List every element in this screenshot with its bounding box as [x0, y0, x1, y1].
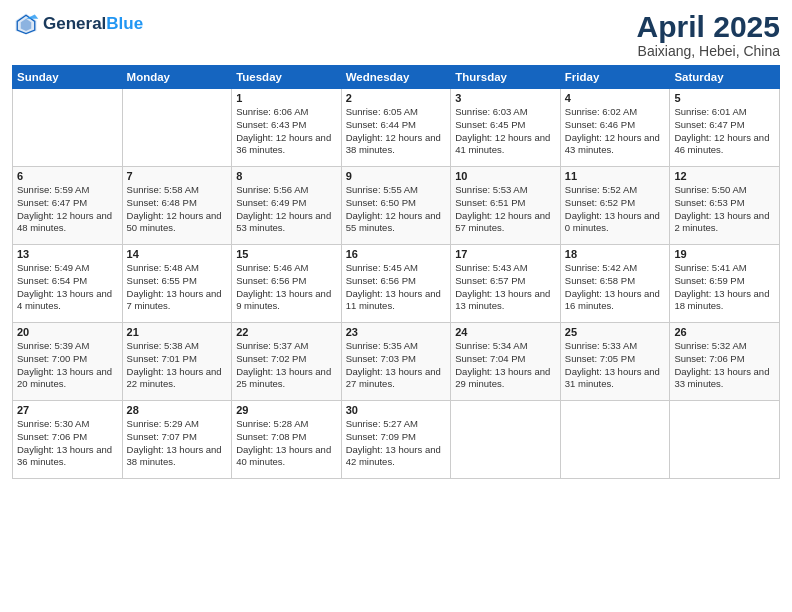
logo: GeneralBlue: [12, 10, 143, 38]
sunrise-text: Sunrise: 6:01 AM: [674, 106, 775, 119]
daylight-text: Daylight: 13 hours and 29 minutes.: [455, 366, 556, 392]
day-number: 12: [674, 170, 775, 182]
day-number: 30: [346, 404, 447, 416]
day-number: 4: [565, 92, 666, 104]
sunset-text: Sunset: 6:47 PM: [674, 119, 775, 132]
sunrise-text: Sunrise: 5:56 AM: [236, 184, 337, 197]
day-number: 27: [17, 404, 118, 416]
daylight-text: Daylight: 13 hours and 9 minutes.: [236, 288, 337, 314]
daylight-text: Daylight: 13 hours and 20 minutes.: [17, 366, 118, 392]
daylight-text: Daylight: 13 hours and 11 minutes.: [346, 288, 447, 314]
calendar-cell: 11Sunrise: 5:52 AMSunset: 6:52 PMDayligh…: [560, 167, 670, 245]
calendar-cell: 20Sunrise: 5:39 AMSunset: 7:00 PMDayligh…: [13, 323, 123, 401]
daylight-text: Daylight: 13 hours and 2 minutes.: [674, 210, 775, 236]
calendar-week-row: 13Sunrise: 5:49 AMSunset: 6:54 PMDayligh…: [13, 245, 780, 323]
daylight-text: Daylight: 13 hours and 22 minutes.: [127, 366, 228, 392]
sunrise-text: Sunrise: 5:28 AM: [236, 418, 337, 431]
day-number: 16: [346, 248, 447, 260]
day-number: 7: [127, 170, 228, 182]
sunset-text: Sunset: 6:55 PM: [127, 275, 228, 288]
calendar-cell: 21Sunrise: 5:38 AMSunset: 7:01 PMDayligh…: [122, 323, 232, 401]
calendar-cell: 29Sunrise: 5:28 AMSunset: 7:08 PMDayligh…: [232, 401, 342, 479]
day-number: 9: [346, 170, 447, 182]
sunset-text: Sunset: 7:06 PM: [17, 431, 118, 444]
daylight-text: Daylight: 13 hours and 38 minutes.: [127, 444, 228, 470]
day-number: 5: [674, 92, 775, 104]
calendar-cell: 30Sunrise: 5:27 AMSunset: 7:09 PMDayligh…: [341, 401, 451, 479]
sunset-text: Sunset: 6:58 PM: [565, 275, 666, 288]
sunrise-text: Sunrise: 5:59 AM: [17, 184, 118, 197]
sunset-text: Sunset: 7:01 PM: [127, 353, 228, 366]
daylight-text: Daylight: 13 hours and 33 minutes.: [674, 366, 775, 392]
daylight-text: Daylight: 13 hours and 4 minutes.: [17, 288, 118, 314]
sunset-text: Sunset: 7:05 PM: [565, 353, 666, 366]
header: GeneralBlue April 2025 Baixiang, Hebei, …: [12, 10, 780, 59]
calendar-cell: 10Sunrise: 5:53 AMSunset: 6:51 PMDayligh…: [451, 167, 561, 245]
calendar-cell: 28Sunrise: 5:29 AMSunset: 7:07 PMDayligh…: [122, 401, 232, 479]
month-title: April 2025: [637, 10, 780, 43]
sunset-text: Sunset: 6:54 PM: [17, 275, 118, 288]
day-number: 25: [565, 326, 666, 338]
daylight-text: Daylight: 12 hours and 50 minutes.: [127, 210, 228, 236]
sunrise-text: Sunrise: 6:05 AM: [346, 106, 447, 119]
calendar-cell: 26Sunrise: 5:32 AMSunset: 7:06 PMDayligh…: [670, 323, 780, 401]
calendar-cell: 15Sunrise: 5:46 AMSunset: 6:56 PMDayligh…: [232, 245, 342, 323]
sunset-text: Sunset: 7:08 PM: [236, 431, 337, 444]
calendar-cell: 25Sunrise: 5:33 AMSunset: 7:05 PMDayligh…: [560, 323, 670, 401]
daylight-text: Daylight: 12 hours and 43 minutes.: [565, 132, 666, 158]
sunset-text: Sunset: 7:06 PM: [674, 353, 775, 366]
sunrise-text: Sunrise: 5:27 AM: [346, 418, 447, 431]
calendar-cell: 16Sunrise: 5:45 AMSunset: 6:56 PMDayligh…: [341, 245, 451, 323]
daylight-text: Daylight: 13 hours and 42 minutes.: [346, 444, 447, 470]
sunset-text: Sunset: 6:45 PM: [455, 119, 556, 132]
daylight-text: Daylight: 12 hours and 41 minutes.: [455, 132, 556, 158]
col-header-thursday: Thursday: [451, 66, 561, 89]
col-header-friday: Friday: [560, 66, 670, 89]
logo-text: GeneralBlue: [43, 14, 143, 34]
sunrise-text: Sunrise: 5:42 AM: [565, 262, 666, 275]
page-container: GeneralBlue April 2025 Baixiang, Hebei, …: [0, 0, 792, 487]
sunrise-text: Sunrise: 5:29 AM: [127, 418, 228, 431]
day-number: 17: [455, 248, 556, 260]
day-number: 15: [236, 248, 337, 260]
sunset-text: Sunset: 7:00 PM: [17, 353, 118, 366]
col-header-monday: Monday: [122, 66, 232, 89]
sunrise-text: Sunrise: 5:58 AM: [127, 184, 228, 197]
calendar-cell: 2Sunrise: 6:05 AMSunset: 6:44 PMDaylight…: [341, 89, 451, 167]
sunrise-text: Sunrise: 5:37 AM: [236, 340, 337, 353]
day-number: 10: [455, 170, 556, 182]
sunset-text: Sunset: 6:56 PM: [346, 275, 447, 288]
sunset-text: Sunset: 6:53 PM: [674, 197, 775, 210]
calendar-cell: 9Sunrise: 5:55 AMSunset: 6:50 PMDaylight…: [341, 167, 451, 245]
sunset-text: Sunset: 6:43 PM: [236, 119, 337, 132]
sunset-text: Sunset: 6:49 PM: [236, 197, 337, 210]
sunrise-text: Sunrise: 5:38 AM: [127, 340, 228, 353]
sunset-text: Sunset: 6:48 PM: [127, 197, 228, 210]
sunset-text: Sunset: 6:46 PM: [565, 119, 666, 132]
sunset-text: Sunset: 6:57 PM: [455, 275, 556, 288]
calendar-week-row: 6Sunrise: 5:59 AMSunset: 6:47 PMDaylight…: [13, 167, 780, 245]
sunrise-text: Sunrise: 5:50 AM: [674, 184, 775, 197]
col-header-saturday: Saturday: [670, 66, 780, 89]
sunrise-text: Sunrise: 5:55 AM: [346, 184, 447, 197]
col-header-sunday: Sunday: [13, 66, 123, 89]
daylight-text: Daylight: 12 hours and 55 minutes.: [346, 210, 447, 236]
calendar-cell: 27Sunrise: 5:30 AMSunset: 7:06 PMDayligh…: [13, 401, 123, 479]
sunrise-text: Sunrise: 5:39 AM: [17, 340, 118, 353]
day-number: 29: [236, 404, 337, 416]
logo-icon: [12, 10, 40, 38]
daylight-text: Daylight: 13 hours and 40 minutes.: [236, 444, 337, 470]
sunset-text: Sunset: 7:04 PM: [455, 353, 556, 366]
day-number: 6: [17, 170, 118, 182]
sunrise-text: Sunrise: 6:06 AM: [236, 106, 337, 119]
sunset-text: Sunset: 6:51 PM: [455, 197, 556, 210]
calendar-cell: 24Sunrise: 5:34 AMSunset: 7:04 PMDayligh…: [451, 323, 561, 401]
calendar-cell: 1Sunrise: 6:06 AMSunset: 6:43 PMDaylight…: [232, 89, 342, 167]
logo-blue: Blue: [106, 14, 143, 33]
calendar-cell: [13, 89, 123, 167]
calendar-table: SundayMondayTuesdayWednesdayThursdayFrid…: [12, 65, 780, 479]
day-number: 2: [346, 92, 447, 104]
calendar-cell: [560, 401, 670, 479]
location-subtitle: Baixiang, Hebei, China: [637, 43, 780, 59]
day-number: 26: [674, 326, 775, 338]
